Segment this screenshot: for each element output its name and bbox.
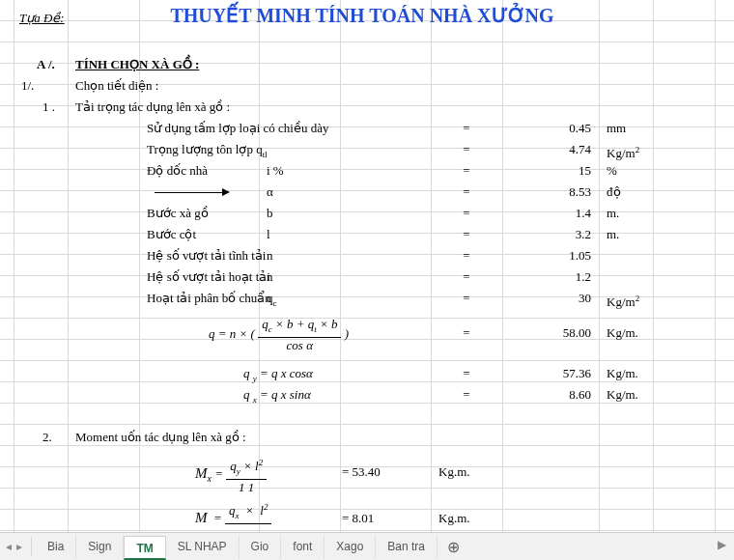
formula-unit: Kg/m. (603, 363, 642, 384)
param-sym: n (263, 245, 277, 266)
formula-q: q = n × ( qc × b + qt × b cos α ) (205, 315, 353, 353)
formula-unit: Kg.m. (435, 508, 474, 529)
arrow-head-icon (222, 188, 230, 196)
equals: = (431, 139, 502, 160)
sheet-tab-ban-tra[interactable]: Ban tra (376, 535, 438, 559)
text: Kg/m (607, 294, 635, 309)
formula-unit: Kg.m. (435, 462, 474, 483)
formula-unit: Kg/m. (603, 384, 642, 406)
equals: = (431, 160, 502, 182)
point1-text: Tải trọng tác dụng lên xà gồ : (71, 97, 234, 118)
formula-mx: Mx = qy × l2 1 1 (191, 454, 270, 492)
sub1-text: Chọn tiết diện : (71, 75, 162, 97)
tab-nav-prev-icon[interactable]: ◂ (4, 537, 13, 556)
sheet-tab-font[interactable]: font (281, 535, 325, 559)
param-val: 0.45 (502, 118, 595, 139)
formula-val: 8.60 (502, 384, 595, 406)
param-unit: độ (603, 182, 625, 203)
equals: = (431, 322, 502, 344)
sheet-tab-xago[interactable]: Xago (325, 535, 376, 559)
param-val: 1.05 (502, 245, 595, 266)
param-desc: Hệ số vượt tải hoạt tải (143, 266, 274, 288)
equals: = (431, 266, 502, 288)
param-unit: m. (603, 203, 623, 224)
text: q = n × ( (209, 326, 255, 341)
equals: = (431, 118, 502, 139)
param-val: 1.4 (502, 203, 595, 224)
sheet-tab-strip: ◂ ▸ BiaSignTMSL NHAPGiofontXagoBan tra ⊕… (0, 532, 734, 560)
worksheet-area[interactable]: Tựa Đề: THUYẾT MINH TÍNH TOÁN NHÀ XƯỞNG … (0, 0, 734, 532)
sup: 2 (635, 145, 640, 154)
sheet-tab-gio[interactable]: Gio (240, 535, 282, 559)
arrow-line (155, 192, 222, 193)
tab-nav-next-icon[interactable]: ▸ (14, 537, 23, 556)
param-desc: Trọng lượng tôn lợp qtl (143, 139, 271, 160)
param-desc: Hoạt tải phân bố chuẩn (143, 288, 275, 309)
param-desc: Hệ số vượt tải tĩnh tải (143, 245, 269, 266)
param-sym: l (263, 224, 274, 245)
sub1-label: 1/. (17, 75, 38, 97)
param-val: 15 (502, 160, 595, 182)
point2-text: Moment uốn tác dụng lên xà gồ : (71, 427, 250, 448)
param-val: 30 (502, 288, 595, 309)
sup: 2 (635, 294, 640, 303)
tab-nav: ◂ ▸ (4, 537, 23, 556)
formula-val: = 53.40 (338, 462, 384, 483)
param-sym: qc (263, 288, 281, 309)
section-a-text: TÍNH CHỌN XÀ GỒ : (71, 54, 203, 75)
param-unit: Kg/m2 (603, 288, 643, 309)
formula-val: 57.36 (502, 363, 595, 384)
param-val: 1.2 (502, 266, 595, 288)
param-sym: α (263, 182, 277, 203)
equals: = (431, 363, 502, 384)
sheet-tab-bia[interactable]: Bia (36, 535, 76, 559)
equals: = (431, 182, 502, 203)
text: Kg/m (607, 146, 635, 160)
param-desc: Bước xà gồ (143, 203, 212, 224)
sheet-tab-sign[interactable]: Sign (76, 535, 124, 559)
text: Trọng lượng tôn lợp q (147, 142, 263, 156)
param-val: 4.74 (502, 139, 595, 160)
text: ) (345, 326, 349, 341)
tua-de-label: Tựa Đề: (15, 8, 69, 29)
param-desc: Độ dốc nhà (143, 160, 212, 182)
point1-label: 1 . (39, 97, 59, 118)
param-val: 8.53 (502, 182, 595, 203)
param-desc: Sử dụng tấm lợp loại có chiều dày (143, 118, 332, 139)
tab-scroll-right-icon[interactable]: ▶ (713, 538, 730, 555)
equals: = (431, 224, 502, 245)
param-val: 3.2 (502, 224, 595, 245)
param-unit: m. (603, 224, 623, 245)
point2-label: 2. (39, 427, 56, 448)
formula-val: 58.00 (502, 322, 595, 344)
param-desc: Bước cột (143, 224, 200, 245)
section-a-label: A /. (33, 54, 59, 75)
equals: = (431, 384, 502, 406)
param-unit: Kg/m2 (603, 139, 643, 160)
equals: = (431, 288, 502, 309)
param-sym: b (263, 203, 277, 224)
param-unit: % (603, 160, 621, 182)
formula-qx: q x = q x sinα (240, 384, 315, 406)
page-title: THUYẾT MINH TÍNH TOÁN NHÀ XƯỞNG (145, 2, 579, 29)
param-unit: mm (603, 118, 630, 139)
equals: = (431, 245, 502, 266)
formula-unit: Kg/m. (603, 322, 642, 344)
formula-m: M = qx × l2 (191, 498, 275, 532)
param-sym: n (263, 266, 277, 288)
sheet-tab-sl-nhap[interactable]: SL NHAP (166, 535, 240, 559)
sheet-tab-tm[interactable]: TM (124, 536, 165, 560)
formula-qy: q y = q x cosα (240, 363, 317, 384)
formula-val: = 8.01 (338, 508, 378, 529)
equals: = (431, 203, 502, 224)
separator (31, 537, 32, 556)
param-sym: i % (263, 160, 288, 182)
new-sheet-button[interactable]: ⊕ (438, 538, 469, 556)
